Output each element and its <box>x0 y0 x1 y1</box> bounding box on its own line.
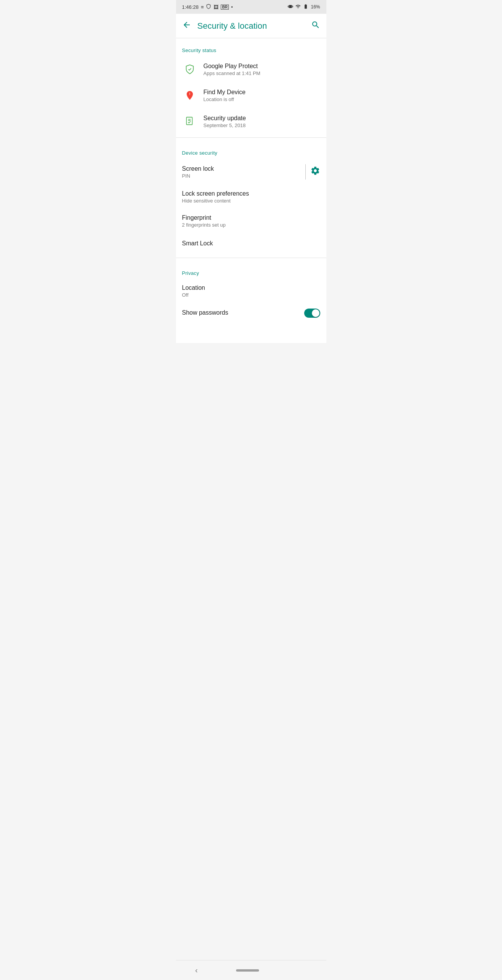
smart-lock-title: Smart Lock <box>182 240 320 247</box>
status-right: 16% <box>288 4 320 10</box>
security-update-subtitle: September 5, 2018 <box>204 122 320 128</box>
main-content: Security status Google Play Protect Apps… <box>176 38 326 343</box>
device-security-header: Device security <box>176 141 326 159</box>
br-icon: BR <box>221 5 228 10</box>
google-play-protect-item[interactable]: Google Play Protect Apps scanned at 1:41… <box>176 56 326 82</box>
fingerprint-item[interactable]: Fingerprint 2 fingerprints set up <box>176 209 326 233</box>
find-my-device-item[interactable]: ! Find My Device Location is off <box>176 82 326 108</box>
security-update-text: Security update September 5, 2018 <box>204 115 320 128</box>
screen-lock-item[interactable]: Screen lock PIN <box>176 159 326 185</box>
screen-lock-text: Screen lock PIN <box>182 165 301 179</box>
show-passwords-text: Show passwords <box>182 309 304 317</box>
shield-status-icon <box>206 4 211 10</box>
document-check-icon <box>182 114 197 129</box>
location-subtitle: Off <box>182 292 320 298</box>
status-left: 1:46:28 ≡ 🖼 BR • <box>182 4 233 10</box>
show-passwords-item[interactable]: Show passwords <box>176 303 326 323</box>
fingerprint-title: Fingerprint <box>182 214 320 221</box>
security-status-header: Security status <box>176 38 326 56</box>
lock-screen-preferences-subtitle: Hide sensitive content <box>182 198 320 204</box>
location-item[interactable]: Location Off <box>176 279 326 303</box>
find-my-device-title: Find My Device <box>204 89 320 96</box>
smart-lock-text: Smart Lock <box>182 240 320 248</box>
section-divider-1 <box>176 137 326 138</box>
back-button[interactable] <box>182 20 191 32</box>
battery-percent: 16% <box>311 4 320 10</box>
lock-screen-preferences-title: Lock screen preferences <box>182 190 320 197</box>
fingerprint-text: Fingerprint 2 fingerprints set up <box>182 214 320 228</box>
location-title: Location <box>182 284 320 291</box>
battery-icon <box>303 4 308 10</box>
lock-screen-preferences-item[interactable]: Lock screen preferences Hide sensitive c… <box>176 185 326 209</box>
svg-text:!: ! <box>189 92 190 96</box>
location-pin-icon: ! <box>182 88 197 103</box>
security-status-section: Security status Google Play Protect Apps… <box>176 38 326 134</box>
security-update-item[interactable]: Security update September 5, 2018 <box>176 108 326 134</box>
show-passwords-title: Show passwords <box>182 309 304 316</box>
dot-icon: • <box>231 4 233 10</box>
messages-icon: ≡ <box>201 4 204 10</box>
shield-check-icon <box>182 62 197 77</box>
bottom-padding <box>176 323 326 343</box>
smart-lock-item[interactable]: Smart Lock <box>176 233 326 255</box>
google-play-protect-title: Google Play Protect <box>204 63 320 70</box>
section-divider-2 <box>176 258 326 258</box>
google-play-protect-text: Google Play Protect Apps scanned at 1:41… <box>204 63 320 76</box>
device-security-section: Device security Screen lock PIN Lock scr… <box>176 141 326 255</box>
location-text: Location Off <box>182 284 320 298</box>
privacy-header: Privacy <box>176 261 326 279</box>
google-play-protect-subtitle: Apps scanned at 1:41 PM <box>204 70 320 76</box>
screen-lock-title: Screen lock <box>182 165 301 172</box>
screen-lock-subtitle: PIN <box>182 173 301 179</box>
show-passwords-toggle[interactable] <box>304 309 320 318</box>
status-bar: 1:46:28 ≡ 🖼 BR • 16% <box>176 0 326 14</box>
security-update-title: Security update <box>204 115 320 122</box>
app-bar: Security & location <box>176 14 326 38</box>
vibrate-icon <box>288 4 293 10</box>
status-time: 1:46:28 <box>182 4 199 10</box>
find-my-device-subtitle: Location is off <box>204 96 320 102</box>
photo-icon: 🖼 <box>214 4 218 10</box>
screen-lock-gear-icon[interactable] <box>310 166 320 178</box>
privacy-section: Privacy Location Off Show passwords <box>176 261 326 323</box>
svg-rect-1 <box>186 117 192 125</box>
search-button[interactable] <box>311 20 320 32</box>
wifi-icon <box>295 4 301 10</box>
screen-lock-vertical-divider <box>305 164 306 180</box>
fingerprint-subtitle: 2 fingerprints set up <box>182 222 320 228</box>
page-title: Security & location <box>197 21 311 31</box>
lock-screen-preferences-text: Lock screen preferences Hide sensitive c… <box>182 190 320 204</box>
find-my-device-text: Find My Device Location is off <box>204 89 320 102</box>
